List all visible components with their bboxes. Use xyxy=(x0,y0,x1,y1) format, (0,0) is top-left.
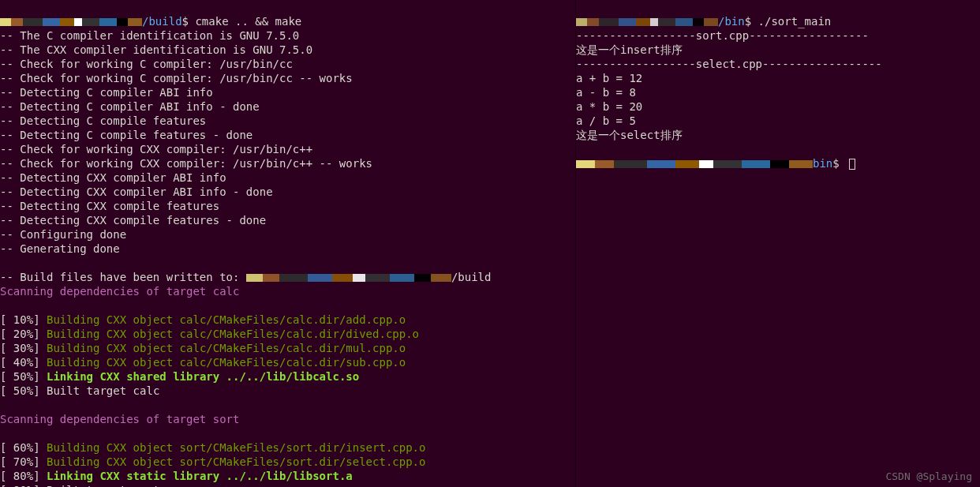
title-smudge-icon xyxy=(0,18,142,26)
prompt-path: /build xyxy=(142,15,182,28)
output-line: -- The C compiler identification is GNU … xyxy=(0,28,575,43)
output-line: a + b = 12 xyxy=(576,71,980,85)
build-percent: [ 50%] xyxy=(0,370,47,383)
output-line: -- Check for working CXX compiler: /usr/… xyxy=(0,142,575,156)
scan-calc: Scanning dependencies of target calc xyxy=(0,284,575,298)
title-smudge-icon xyxy=(576,18,718,26)
output-line: -- Detecting CXX compile features xyxy=(0,199,575,213)
output-line: -- Detecting CXX compiler ABI info xyxy=(0,170,575,185)
right-terminal-pane[interactable]: /bin$ ./sort_main ------------------sort… xyxy=(576,0,980,487)
build-message: Building CXX object calc/CMakeFiles/calc… xyxy=(47,356,406,369)
prompt2-path: bin xyxy=(813,157,832,170)
cmake-output: -- The C compiler identification is GNU … xyxy=(0,28,575,256)
output-line: 这是一个insert排序 xyxy=(576,43,980,57)
build-message: Building CXX object sort/CMakeFiles/sort… xyxy=(47,441,425,454)
path-smudge-icon xyxy=(246,274,451,282)
output-line: -- Detecting C compile features xyxy=(0,114,575,128)
output-line: -- Detecting C compiler ABI info - done xyxy=(0,99,575,114)
output-line: 这是一个select排序 xyxy=(576,128,980,142)
output-line: -- Detecting CXX compiler ABI info - don… xyxy=(0,185,575,199)
build-percent: [ 20%] xyxy=(0,328,47,340)
program-output: ------------------sort.cpp--------------… xyxy=(576,28,980,142)
prompt-command: $ ./sort_main xyxy=(745,15,832,28)
output-line: ------------------sort.cpp--------------… xyxy=(576,28,980,43)
output-line: -- Detecting C compile features - done xyxy=(0,128,575,142)
build-percent: [ 70%] xyxy=(0,455,47,468)
build-step: [ 40%] Building CXX object calc/CMakeFil… xyxy=(0,355,575,369)
cursor-icon xyxy=(849,159,855,170)
build-step: [ 10%] Building CXX object calc/CMakeFil… xyxy=(0,313,575,327)
build-message: Building CXX object sort/CMakeFiles/sort… xyxy=(47,455,425,468)
build-percent: [ 60%] xyxy=(0,441,47,454)
scan-sort: Scanning dependencies of target sort xyxy=(0,412,575,426)
prompt-path: /bin xyxy=(718,15,745,28)
build-step: [ 80%] Built target sort xyxy=(0,483,575,487)
build-percent: [ 80%] xyxy=(0,470,47,482)
build-message: Building CXX object calc/CMakeFiles/calc… xyxy=(47,313,406,326)
prompt-command: $ cmake .. && make xyxy=(182,15,302,28)
build-message: Built target sort xyxy=(47,484,159,487)
build-message: Built target calc xyxy=(47,384,159,397)
build-written-suffix: /build xyxy=(451,271,492,283)
output-line: a / b = 5 xyxy=(576,114,980,128)
output-line: -- Check for working C compiler: /usr/bi… xyxy=(0,71,575,85)
output-line: a - b = 8 xyxy=(576,85,980,99)
output-line: -- The CXX compiler identification is GN… xyxy=(0,43,575,57)
build-message: Building CXX object calc/CMakeFiles/calc… xyxy=(47,328,419,340)
output-line: -- Generating done xyxy=(0,242,575,256)
output-line: -- Detecting C compiler ABI info xyxy=(0,85,575,99)
build-percent: [ 30%] xyxy=(0,342,47,354)
build-step: [ 50%] Built target calc xyxy=(0,384,575,398)
path-smudge-icon xyxy=(576,160,813,168)
build-step: [ 70%] Building CXX object sort/CMakeFil… xyxy=(0,455,575,469)
build-step: [ 50%] Linking CXX shared library ../../… xyxy=(0,369,575,384)
output-line: -- Check for working C compiler: /usr/bi… xyxy=(0,57,575,71)
build-step: [ 30%] Building CXX object calc/CMakeFil… xyxy=(0,341,575,355)
build-message: Building CXX object calc/CMakeFiles/calc… xyxy=(47,342,406,354)
build-percent: [ 40%] xyxy=(0,356,47,369)
prompt2-dollar: $ xyxy=(832,157,846,170)
left-terminal-pane[interactable]: /build$ cmake .. && make -- The C compil… xyxy=(0,0,576,487)
build-step: [ 60%] Building CXX object sort/CMakeFil… xyxy=(0,440,575,455)
output-line: -- Detecting CXX compile features - done xyxy=(0,213,575,227)
output-line: -- Configuring done xyxy=(0,227,575,242)
build-message: Linking CXX shared library ../../lib/lib… xyxy=(47,370,359,383)
output-line: a * b = 20 xyxy=(576,99,980,114)
build-step: [ 80%] Linking CXX static library ../../… xyxy=(0,469,575,483)
build-percent: [ 10%] xyxy=(0,313,47,326)
build-percent: [ 80%] xyxy=(0,484,47,487)
build-written-prefix: -- Build files have been written to: xyxy=(0,271,246,283)
build-step: [ 20%] Building CXX object calc/CMakeFil… xyxy=(0,327,575,341)
output-line: -- Check for working CXX compiler: /usr/… xyxy=(0,156,575,170)
build-percent: [ 50%] xyxy=(0,384,47,397)
build-message: Linking CXX static library ../../lib/lib… xyxy=(47,470,353,482)
output-line: ------------------select.cpp------------… xyxy=(576,57,980,71)
watermark-text: CSDN @Splaying xyxy=(885,470,972,484)
